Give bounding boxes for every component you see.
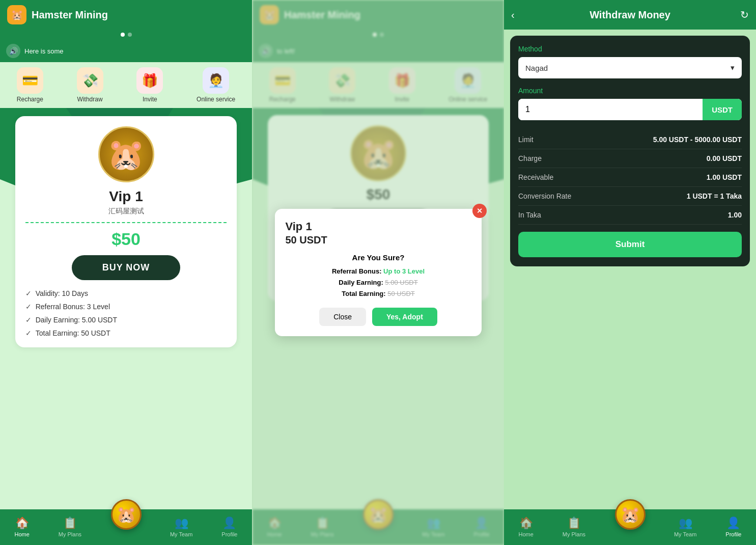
- nav-plans-label: My Plans: [59, 531, 81, 537]
- feature-label-2: Referral Bonus: 3 Level: [36, 303, 110, 311]
- service-icon: 🧑‍💼: [203, 67, 229, 94]
- dialog-info: Referral Bonus: Up to 3 Level Daily Earn…: [285, 266, 471, 299]
- check-icon-1: ✓: [25, 289, 32, 297]
- announce-text: Here is some: [24, 47, 64, 55]
- info-taka: In Taka 1.00: [518, 206, 742, 225]
- back-button[interactable]: ‹: [511, 9, 515, 21]
- dialog-total: Total Earning: 50 USDT: [285, 288, 471, 299]
- withdraw-card: Method Nagad ▾ Amount USDT Limit 5.00 US…: [510, 36, 750, 266]
- feature-label-3: Daily Earning: 5.00 USDT: [36, 316, 117, 324]
- taka-label: In Taka: [518, 211, 541, 219]
- home-icon: 🏠: [15, 516, 29, 530]
- p3-team-label: My Team: [674, 531, 696, 537]
- p3-nav-home[interactable]: 🏠 Home: [518, 516, 533, 537]
- vip-card: 🐹 Vip 1 汇码屋测试 $50 BUY NOW ✓ Validity: 10…: [15, 116, 237, 347]
- dialog-question: Are You Sure?: [285, 253, 471, 262]
- confirm-dialog: ✕ Vip 1 50 USDT Are You Sure? Referral B…: [275, 209, 481, 336]
- withdraw-icon: 💸: [77, 67, 103, 94]
- nav-home-label: Home: [14, 531, 29, 537]
- p3-profile-icon: 👤: [726, 516, 740, 530]
- recharge-icon: 💳: [17, 67, 43, 94]
- panel-1: 🐹 Hamster Mining 🔊 Here is some 💳 Rechar…: [0, 0, 252, 545]
- check-icon-2: ✓: [25, 303, 32, 311]
- dialog-buttons: Close Yes, Adopt: [285, 308, 471, 326]
- panel-3: ‹ Withdraw Money ↻ Method Nagad ▾ Amount…: [504, 0, 756, 545]
- nav-my-team[interactable]: 👥 My Team: [170, 516, 192, 537]
- vip-level: Vip 1: [109, 188, 143, 205]
- info-charge: Charge 0.00 USDT: [518, 149, 742, 168]
- nav-my-plans[interactable]: 📋 My Plans: [59, 516, 81, 537]
- amount-row: USDT: [518, 99, 742, 120]
- p3-plans-label: My Plans: [563, 531, 585, 537]
- method-select[interactable]: Nagad ▾: [518, 57, 742, 78]
- dialog-title: Vip 1: [285, 220, 471, 233]
- feature-3: ✓ Daily Earning: 5.00 USDT: [25, 316, 227, 324]
- speaker-icon: 🔊: [6, 44, 20, 58]
- nav-profile-label: Profile: [221, 531, 237, 537]
- method-label: Method: [518, 45, 742, 53]
- limit-label: Limit: [518, 135, 534, 144]
- invite-icon: 🎁: [136, 67, 163, 94]
- close-button[interactable]: Close: [319, 308, 366, 326]
- submit-button[interactable]: Submit: [518, 232, 742, 257]
- recharge-label: Recharge: [17, 96, 43, 103]
- check-icon-3: ✓: [25, 316, 32, 324]
- feature-4: ✓ Total Earning: 50 USDT: [25, 329, 227, 337]
- plans-icon: 📋: [63, 516, 77, 530]
- limit-value: 5.00 USDT - 5000.00 USDT: [653, 135, 742, 144]
- feature-label-1: Validity: 10 Days: [36, 289, 88, 297]
- receivable-label: Receivable: [518, 173, 553, 181]
- nav-coin: 🐹: [111, 499, 142, 530]
- service-label: Online service: [197, 96, 235, 103]
- panel1-title: Hamster Mining: [32, 9, 108, 21]
- dialog-daily-value: 5.00 USDT: [385, 279, 417, 286]
- amount-input[interactable]: [518, 99, 703, 120]
- panel1-header: 🐹 Hamster Mining: [0, 0, 252, 30]
- dialog-referral: Referral Bonus: Up to 3 Level: [285, 266, 471, 277]
- feature-1: ✓ Validity: 10 Days: [25, 289, 227, 297]
- p3-nav-profile[interactable]: 👤 Profile: [725, 516, 741, 537]
- withdraw-label: Withdraw: [77, 96, 103, 103]
- action-invite[interactable]: 🎁 Invite: [136, 67, 163, 103]
- p3-nav-team[interactable]: 👥 My Team: [674, 516, 696, 537]
- dialog-price: 50 USDT: [285, 234, 471, 246]
- dialog-close-button[interactable]: ✕: [472, 204, 487, 218]
- info-limit: Limit 5.00 USDT - 5000.00 USDT: [518, 130, 742, 149]
- action-withdraw[interactable]: 💸 Withdraw: [77, 67, 103, 103]
- info-conversion: Conversion Rate 1 USDT = 1 Taka: [518, 187, 742, 206]
- nav-team-label: My Team: [170, 531, 192, 537]
- info-receivable: Receivable 1.00 USDT: [518, 168, 742, 187]
- nav-profile[interactable]: 👤 Profile: [221, 516, 237, 537]
- action-online-service[interactable]: 🧑‍💼 Online service: [197, 67, 235, 103]
- panel1-logo: 🐹: [7, 5, 26, 24]
- p3-nav-coin: 🐹: [615, 499, 646, 530]
- panel3-spacer: [504, 272, 756, 509]
- p3-profile-label: Profile: [725, 531, 741, 537]
- panel1-bottom-nav: 🏠 Home 📋 My Plans 🐹 👥 My Team 👤 Profile: [0, 509, 252, 545]
- taka-value: 1.00: [728, 211, 742, 219]
- p3-plans-icon: 📋: [567, 516, 581, 530]
- p3-nav-plans[interactable]: 📋 My Plans: [563, 516, 585, 537]
- panel1-content: 🐹 Vip 1 汇码屋测试 $50 BUY NOW ✓ Validity: 10…: [0, 108, 252, 509]
- dot-1: [121, 33, 125, 37]
- amount-label: Amount: [518, 87, 742, 95]
- dialog-referral-label: Referral Bonus:: [332, 267, 382, 275]
- adopt-button[interactable]: Yes, Adopt: [372, 308, 437, 326]
- p3-team-icon: 👥: [679, 516, 692, 530]
- vip-price: $50: [111, 229, 141, 249]
- refresh-button[interactable]: ↻: [740, 9, 749, 21]
- conversion-value: 1 USDT = 1 Taka: [687, 192, 742, 200]
- action-recharge[interactable]: 💳 Recharge: [17, 67, 43, 103]
- vip-subtitle: 汇码屋测试: [108, 207, 144, 216]
- buy-now-button[interactable]: BUY NOW: [72, 255, 181, 280]
- nav-home[interactable]: 🏠 Home: [14, 516, 29, 537]
- feature-list: ✓ Validity: 10 Days ✓ Referral Bonus: 3 …: [25, 289, 227, 337]
- check-icon-4: ✓: [25, 329, 32, 337]
- method-value: Nagad: [525, 64, 548, 72]
- chevron-down-icon: ▾: [731, 63, 735, 72]
- charge-value: 0.00 USDT: [707, 154, 742, 162]
- dialog-daily: Daily Earning: 5.00 USDT: [285, 277, 471, 288]
- profile-icon: 👤: [222, 516, 236, 530]
- dot-2: [128, 33, 132, 37]
- panel3-header: ‹ Withdraw Money ↻: [504, 0, 756, 30]
